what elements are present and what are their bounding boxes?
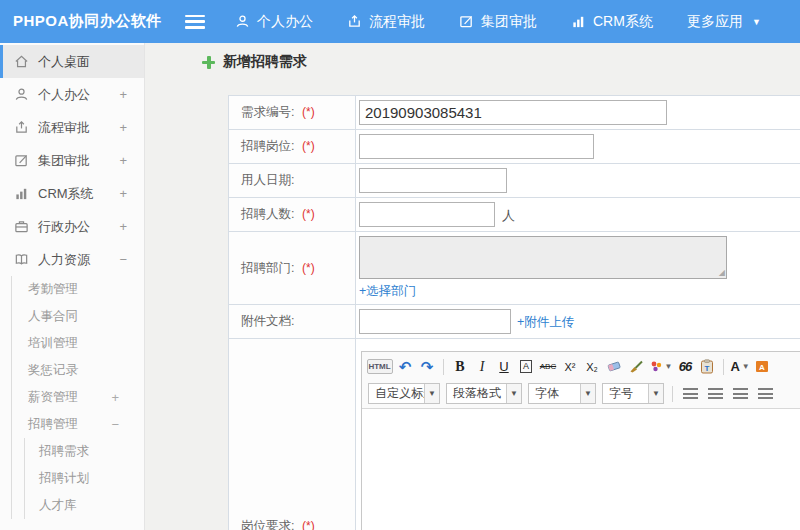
bold-button[interactable]: B	[451, 357, 470, 377]
font-color-button[interactable]: A ▼	[730, 357, 749, 377]
attachment-upload-link[interactable]: +附件上传	[517, 315, 574, 329]
sidebar-item-rewards[interactable]: 奖惩记录	[12, 357, 144, 384]
top-nav: 个人办公 流程审批 集团审批 CRM系统 更多应用 ▼	[235, 13, 795, 31]
subscript-button[interactable]: X₂	[583, 357, 602, 377]
sidebar-item-label: 人力资源	[38, 251, 90, 269]
nav-personal-office[interactable]: 个人办公	[235, 13, 313, 31]
required-mark: (*)	[302, 519, 315, 530]
sidebar-item-training[interactable]: 培训管理	[12, 330, 144, 357]
align-right-icon[interactable]	[733, 388, 748, 399]
app-logo: PHPOA协同办公软件	[0, 12, 185, 31]
required-mark: (*)	[302, 105, 315, 119]
page-title: 新增招聘需求	[202, 53, 307, 71]
briefcase-icon	[14, 219, 29, 234]
expand-icon[interactable]: +	[119, 153, 127, 168]
eraser-icon[interactable]	[605, 357, 624, 377]
collapse-icon[interactable]: −	[111, 417, 119, 432]
sidebar-item-admin-office[interactable]: 行政办公 +	[0, 210, 144, 243]
recruit-request-form: 需求编号: (*) 招聘岗位: (*) 用人日期: 招聘人数: (*) 人 招聘…	[228, 95, 800, 530]
expand-icon[interactable]: +	[119, 120, 127, 135]
sidebar-item-recruit-mgmt[interactable]: 招聘管理 −	[12, 411, 144, 438]
nav-group-approval[interactable]: 集团审批	[459, 13, 537, 31]
background-color-icon[interactable]: A	[753, 357, 772, 377]
chart-icon	[571, 14, 586, 29]
sidebar-item-recruit-request[interactable]: 招聘需求	[25, 438, 144, 465]
strikethrough-button[interactable]: ABC	[539, 357, 558, 377]
sidebar-item-label: 薪资管理	[28, 389, 78, 406]
sidebar-item-personal-desktop[interactable]: 个人桌面	[0, 45, 144, 78]
headcount-input[interactable]	[359, 202, 495, 227]
autoformat-button[interactable]: A	[517, 357, 536, 377]
redo-button[interactable]: ↷	[418, 357, 437, 377]
sidebar-item-label: 招聘管理	[28, 416, 78, 433]
expand-icon[interactable]: +	[111, 390, 119, 405]
italic-button[interactable]: I	[473, 357, 492, 377]
expand-icon[interactable]: +	[119, 87, 127, 102]
nav-workflow-approval[interactable]: 流程审批	[347, 13, 425, 31]
sidebar-item-talent-pool[interactable]: 人才库	[25, 492, 144, 519]
font-size-dropdown[interactable]: 字号 ▼	[602, 383, 664, 404]
collapse-icon[interactable]: −	[119, 252, 127, 267]
undo-button[interactable]: ↶	[396, 357, 415, 377]
sidebar-item-label: 集团审批	[38, 152, 90, 170]
sidebar-item-attendance[interactable]: 考勤管理	[12, 276, 144, 303]
expand-icon[interactable]: +	[119, 219, 127, 234]
request-no-input[interactable]	[359, 100, 667, 125]
align-justify-icon[interactable]	[758, 388, 773, 399]
sidebar-item-group-approval[interactable]: 集团审批 +	[0, 144, 144, 177]
color-palette-icon[interactable]: ▼	[649, 357, 673, 377]
home-icon	[14, 54, 29, 69]
sidebar-item-label: CRM系统	[38, 185, 94, 203]
superscript-button[interactable]: X²	[561, 357, 580, 377]
sidebar-item-personal-office[interactable]: 个人办公 +	[0, 78, 144, 111]
caret-down-icon: ▼	[742, 362, 750, 371]
rich-text-editor: HTML ↶ ↷ B I U A ABC X² X₂	[361, 351, 800, 530]
form-row-request-no: 需求编号: (*)	[229, 96, 800, 130]
font-family-dropdown[interactable]: 字体 ▼	[528, 383, 596, 404]
underline-button[interactable]: U	[495, 357, 514, 377]
department-textarea[interactable]	[359, 236, 727, 279]
format-brush-icon[interactable]	[627, 357, 646, 377]
sidebar-item-crm-system[interactable]: CRM系统 +	[0, 177, 144, 210]
blockquote-button[interactable]: 66	[675, 357, 694, 377]
svg-text:T: T	[704, 364, 709, 373]
field-label: 附件文档:	[241, 314, 294, 328]
sidebar-item-hr[interactable]: 人力资源 −	[0, 243, 144, 276]
caret-down-icon: ▼	[648, 384, 663, 403]
caret-down-icon: ▼	[506, 384, 521, 403]
paragraph-format-dropdown[interactable]: 段落格式 ▼	[446, 383, 522, 404]
align-center-icon[interactable]	[708, 388, 723, 399]
position-input[interactable]	[359, 134, 594, 159]
html-source-button[interactable]: HTML	[367, 359, 393, 374]
caret-down-icon: ▼	[665, 362, 673, 371]
app-window: { "header": { "logo": "PHPOA协同办公软件", "na…	[0, 0, 800, 530]
expand-icon[interactable]: +	[119, 186, 127, 201]
sidebar-item-hr-contract[interactable]: 人事合同	[12, 303, 144, 330]
headcount-unit: 人	[502, 208, 515, 223]
align-left-icon[interactable]	[683, 388, 698, 399]
paste-icon[interactable]: T	[697, 357, 716, 377]
field-label: 招聘岗位:	[241, 139, 294, 153]
select-department-link[interactable]: +选择部门	[359, 283, 416, 300]
hire-date-input[interactable]	[359, 168, 507, 193]
custom-title-dropdown[interactable]: 自定义标题 ▼	[368, 383, 440, 404]
attachment-input[interactable]	[359, 309, 511, 334]
field-label: 用人日期:	[241, 173, 294, 187]
form-row-attachment: 附件文档: +附件上传	[229, 305, 800, 339]
form-row-position: 招聘岗位: (*)	[229, 130, 800, 164]
user-icon	[14, 87, 29, 102]
field-label: 需求编号:	[241, 105, 294, 119]
sidebar-item-recruit-plan[interactable]: 招聘计划	[25, 465, 144, 492]
sidebar-item-salary[interactable]: 薪资管理 +	[12, 384, 144, 411]
field-label: 招聘部门:	[241, 261, 294, 275]
sidebar-item-workflow-approval[interactable]: 流程审批 +	[0, 111, 144, 144]
nav-crm-system[interactable]: CRM系统	[571, 13, 653, 31]
nav-more-apps[interactable]: 更多应用 ▼	[687, 13, 761, 31]
menu-toggle-icon[interactable]	[185, 15, 205, 29]
editor-content-area[interactable]	[362, 409, 800, 530]
nav-label: 个人办公	[257, 13, 313, 31]
page-title-text: 新增招聘需求	[223, 53, 307, 71]
form-row-department: 招聘部门: (*) ◢ +选择部门	[229, 232, 800, 305]
form-row-hire-date: 用人日期:	[229, 164, 800, 198]
toolbar-separator	[443, 359, 444, 375]
